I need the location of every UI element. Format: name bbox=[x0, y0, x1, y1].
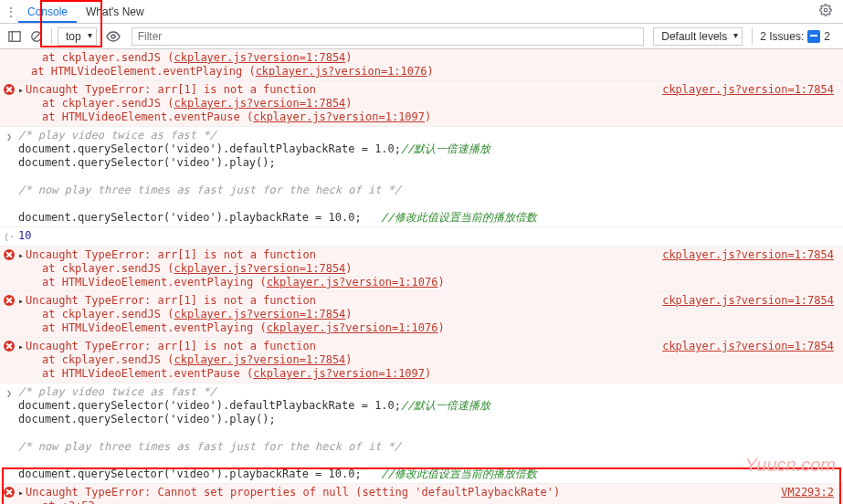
console-error-row[interactable]: ▸Uncaught TypeError: arr[1] is not a fun… bbox=[0, 292, 843, 338]
source-link[interactable]: ckplayer.js?version=1:7854 bbox=[662, 248, 843, 289]
chevron-left-icon: ⟨· bbox=[4, 230, 15, 244]
issues-count: 2 bbox=[824, 30, 830, 43]
source-link[interactable]: ckplayer.js?version=1:7854 bbox=[662, 340, 843, 381]
tab-console[interactable]: Console bbox=[18, 2, 77, 22]
levels-select[interactable]: Default levels bbox=[653, 27, 743, 46]
svg-line-4 bbox=[34, 33, 40, 39]
source-link[interactable]: ckplayer.js?version=1:7854 bbox=[174, 97, 346, 110]
chevron-right-icon: ❯ bbox=[6, 386, 12, 481]
source-link[interactable]: ckplayer.js?version=1:7854 bbox=[662, 294, 843, 335]
svg-rect-1 bbox=[9, 31, 20, 41]
source-link[interactable]: ckplayer.js?version=1:1097 bbox=[253, 367, 425, 380]
issues-button[interactable]: 2 Issues: 2 bbox=[752, 28, 838, 45]
source-link[interactable]: ckplayer.js?version=1:7854 bbox=[174, 262, 346, 275]
console-error-row[interactable]: at ckplayer.sendJS (ckplayer.js?version=… bbox=[0, 49, 843, 81]
error-icon bbox=[4, 295, 15, 306]
console-error-row[interactable]: ▸Uncaught TypeError: arr[1] is not a fun… bbox=[0, 247, 843, 292]
live-expression-icon[interactable] bbox=[104, 27, 122, 46]
gear-icon[interactable] bbox=[812, 4, 839, 19]
toggle-sidebar-icon[interactable] bbox=[5, 27, 24, 46]
source-link[interactable]: ckplayer.js?version=1:1076 bbox=[267, 276, 438, 289]
source-link[interactable]: VM2293:2 bbox=[781, 486, 843, 504]
console-input-row: ❯/* play video twice as fast */ document… bbox=[0, 383, 843, 484]
issues-icon bbox=[807, 30, 820, 43]
issues-label: 2 Issues: bbox=[760, 30, 804, 43]
filter-input[interactable] bbox=[132, 27, 645, 46]
context-select[interactable]: top bbox=[58, 27, 97, 46]
svg-point-5 bbox=[111, 35, 115, 38]
source-link[interactable]: ckplayer.js?version=1:7854 bbox=[174, 51, 346, 64]
clear-console-icon[interactable] bbox=[27, 27, 46, 46]
source-link[interactable]: ckplayer.js?version=1:7854 bbox=[662, 83, 843, 124]
console-output-row: ⟨·10 bbox=[0, 227, 843, 247]
source-link[interactable]: ckplayer.js?version=1:7854 bbox=[174, 308, 346, 320]
source-link[interactable]: ckplayer.js?version=1:1076 bbox=[267, 321, 438, 334]
console-error-row[interactable]: ▸Uncaught TypeError: arr[1] is not a fun… bbox=[0, 338, 843, 383]
error-icon bbox=[4, 341, 15, 352]
console-error-row[interactable]: ▸Uncaught TypeError: arr[1] is not a fun… bbox=[0, 81, 843, 127]
error-icon bbox=[4, 487, 15, 498]
console-input-row: ❯/* play video twice as fast */ document… bbox=[0, 127, 843, 227]
source-link[interactable]: ckplayer.js?version=1:7854 bbox=[174, 353, 346, 366]
error-icon bbox=[4, 84, 15, 95]
more-menu-icon[interactable]: ⋮ bbox=[4, 5, 18, 18]
error-icon bbox=[4, 249, 15, 260]
source-link[interactable]: ckplayer.js?version=1:1097 bbox=[253, 110, 425, 123]
chevron-right-icon: ❯ bbox=[6, 130, 12, 225]
console-error-row[interactable]: ▸Uncaught TypeError: Cannot set properti… bbox=[0, 484, 843, 504]
tab-whatsnew[interactable]: What's New bbox=[77, 2, 153, 22]
source-link[interactable]: ckplayer.js?version=1:1076 bbox=[256, 65, 427, 78]
svg-point-0 bbox=[824, 8, 827, 12]
